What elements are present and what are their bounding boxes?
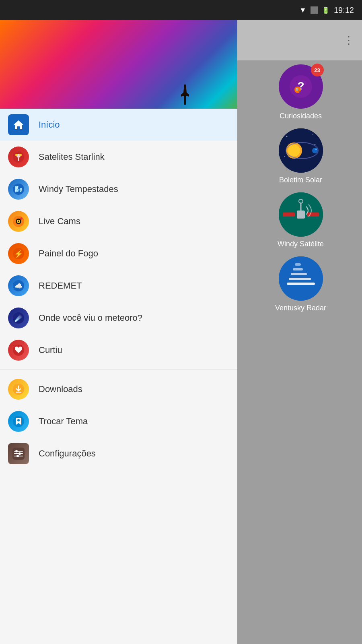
svg-rect-46 <box>16 392 21 393</box>
nav-label-meteoro: Onde você viu o meteoro? <box>39 313 142 323</box>
more-options-icon[interactable]: ⋮ <box>343 34 354 47</box>
curiosidades-icon: ? 🔍 <box>289 74 313 99</box>
ventusky-radar-label: Ventusky Radar <box>275 304 326 312</box>
home-icon <box>8 114 29 135</box>
grid-item-windy-satelite[interactable]: Windy Satélite <box>243 192 358 248</box>
svg-rect-15 <box>297 211 305 219</box>
svg-point-6 <box>313 134 313 135</box>
nav-label-configuracoes: Configurações <box>39 448 96 459</box>
nav-item-inicio[interactable]: Início <box>0 109 237 141</box>
svg-rect-23 <box>291 273 307 275</box>
grid-item-boletim-solar[interactable]: Boletim Solar <box>243 128 358 184</box>
sim-icon <box>311 6 318 14</box>
svg-text:⚡: ⚡ <box>14 250 23 258</box>
starlink-icon <box>8 147 29 167</box>
svg-text:☄️: ☄️ <box>14 314 23 322</box>
svg-point-7 <box>314 144 315 145</box>
nav-label-windy: Windy Tempestades <box>39 184 118 194</box>
ventusky-radar-icon <box>279 256 323 301</box>
svg-point-55 <box>16 455 19 457</box>
windy-satelite-icon <box>279 192 323 237</box>
wifi-icon: ▼ <box>299 6 306 14</box>
svg-point-36 <box>18 221 19 222</box>
downloads-icon <box>8 379 29 400</box>
nav-list: Início Satelites Starlink � <box>0 109 237 644</box>
svg-point-54 <box>19 452 21 455</box>
svg-point-10 <box>288 144 300 157</box>
svg-point-48 <box>17 419 20 421</box>
nav-item-curtiu[interactable]: Curtiu <box>0 334 237 366</box>
nav-label-redemet: REDEMET <box>39 281 82 291</box>
nav-item-downloads[interactable]: Downloads <box>0 373 237 405</box>
svg-rect-16 <box>283 213 295 217</box>
svg-text:🔍: 🔍 <box>295 87 300 93</box>
nav-item-windy[interactable]: 🌬️ Windy Tempestades <box>0 173 237 205</box>
navigation-drawer: Início Satelites Starlink � <box>0 20 237 644</box>
nav-label-trocar-tema: Trocar Tema <box>39 416 88 427</box>
svg-point-53 <box>15 450 18 452</box>
nav-divider <box>0 369 237 370</box>
svg-rect-25 <box>295 263 301 266</box>
nav-item-redemet[interactable]: ☁️ REDEMET <box>0 270 237 302</box>
battery-icon: 🔋 <box>322 6 330 14</box>
config-icon <box>8 443 29 464</box>
svg-rect-22 <box>289 278 311 280</box>
svg-point-8 <box>284 156 285 157</box>
livecam-icon <box>8 211 29 232</box>
svg-rect-24 <box>293 268 303 270</box>
svg-rect-28 <box>18 158 19 161</box>
nav-label-starlink: Satelites Starlink <box>39 152 105 162</box>
nav-item-live-cams[interactable]: Live Cams <box>0 205 237 237</box>
svg-text:☁️: ☁️ <box>14 282 23 290</box>
boletim-solar-icon <box>279 128 323 173</box>
svg-point-12 <box>312 148 318 153</box>
svg-point-13 <box>315 149 317 150</box>
nav-label-fogo: Painel do Fogo <box>39 248 98 259</box>
nav-label-live-cams: Live Cams <box>39 216 80 227</box>
nav-label-inicio: Início <box>39 120 60 130</box>
redemet-icon: ☁️ <box>8 275 29 296</box>
status-bar: ▼ 🔋 19:12 <box>0 0 362 20</box>
hero-silhouette <box>181 85 189 105</box>
app-topbar: ⋮ <box>237 20 362 60</box>
curiosidades-label: Curiosidades <box>280 112 322 120</box>
curtiu-icon <box>8 340 29 361</box>
nav-item-meteoro[interactable]: ☄️ Onde você viu o meteoro? <box>0 302 237 334</box>
nav-item-starlink[interactable]: Satelites Starlink <box>0 141 237 173</box>
svg-point-5 <box>286 136 287 137</box>
svg-rect-21 <box>287 283 315 285</box>
svg-text:🌬️: 🌬️ <box>14 186 23 193</box>
meteoro-icon: ☄️ <box>8 308 29 328</box>
nav-item-trocar-tema[interactable]: Trocar Tema <box>0 405 237 438</box>
grid-item-curiosidades[interactable]: ? 🔍 23 Curiosidades <box>243 64 358 120</box>
windy-icon: 🌬️ <box>8 179 29 200</box>
nav-item-fogo[interactable]: ⚡ Painel do Fogo <box>0 237 237 270</box>
boletim-solar-label: Boletim Solar <box>279 176 322 184</box>
svg-point-30 <box>19 154 22 156</box>
fogo-icon: ⚡ <box>8 243 29 264</box>
time-display: 19:12 <box>334 6 354 15</box>
right-panel: ? 🔍 23 Curiosidades <box>239 60 362 316</box>
svg-point-37 <box>20 217 23 220</box>
nav-item-configuracoes[interactable]: Configurações <box>0 438 237 470</box>
nav-label-downloads: Downloads <box>39 384 82 394</box>
grid-item-ventusky-radar[interactable]: Ventusky Radar <box>243 256 358 312</box>
trocar-icon <box>8 411 29 432</box>
nav-label-curtiu: Curtiu <box>39 345 62 355</box>
svg-point-29 <box>15 154 18 156</box>
curiosidades-badge: 23 <box>311 64 324 76</box>
hero-image <box>0 20 237 109</box>
windy-satelite-label: Windy Satélite <box>278 240 324 248</box>
